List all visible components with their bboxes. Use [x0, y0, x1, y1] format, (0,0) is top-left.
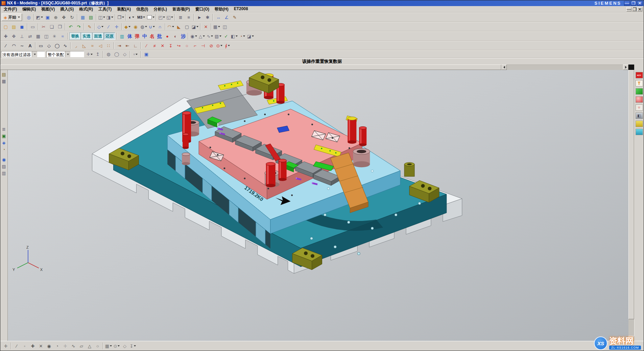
key-icon[interactable]: KEY [636, 72, 643, 78]
bounded-plane-icon[interactable]: △ [86, 342, 94, 350]
pattern-feature-icon[interactable]: ▦ [213, 23, 221, 30]
quick-extend-icon[interactable]: ⇤ [123, 42, 132, 49]
spring-macro-button[interactable]: 弹 [134, 32, 141, 40]
scroll-right-arrow[interactable] [623, 65, 628, 70]
fit-view-icon[interactable]: ▣ [44, 14, 52, 21]
datum-plane-icon[interactable]: ◇ [96, 23, 104, 30]
chamfer-sketch-icon[interactable]: ◺ [80, 42, 88, 49]
pattern-curve-icon[interactable]: ∷ [104, 42, 113, 49]
body-macro-button[interactable]: 体 [126, 32, 134, 40]
mirror-assembly-icon[interactable]: ◫ [42, 32, 50, 40]
print-icon[interactable]: ▭ [29, 23, 37, 30]
chevron-down-icon[interactable] [65, 51, 70, 57]
join-curve-icon[interactable]: ≠ [150, 42, 159, 49]
chevron-down-icon[interactable] [122, 17, 124, 18]
chevron-down-icon[interactable] [236, 35, 238, 37]
snap-point-toggle-icon[interactable]: ✛ [2, 342, 10, 350]
object-info-icon[interactable]: ◉ [190, 32, 198, 40]
materials-tab-icon[interactable]: ▨ [1, 163, 7, 169]
zoom-icon[interactable]: ⊕ [52, 14, 60, 21]
assembly-navigator-tab-icon[interactable]: ▤ [1, 71, 7, 77]
half-shade-icon[interactable]: ◐ [171, 32, 180, 40]
save-file-icon[interactable]: ◼ [18, 23, 26, 30]
child-restore-button[interactable]: ❐ [632, 7, 637, 11]
chevron-down-icon[interactable] [134, 345, 136, 347]
assembly-constraints-icon[interactable]: ⊥ [18, 32, 26, 40]
chevron-down-icon[interactable] [145, 26, 147, 27]
check-geometry-icon[interactable]: ✓ [222, 32, 230, 40]
minimize-button[interactable]: — [624, 1, 630, 6]
vertical-scrollbar[interactable] [628, 70, 634, 341]
analysis-menu[interactable]: 分析(L) [151, 6, 169, 13]
highlight-related-icon[interactable]: ◍ [104, 51, 113, 58]
measure-distance-icon[interactable]: ↔ [214, 14, 222, 21]
render-style-dropdown[interactable]: M3 [136, 14, 147, 21]
chevron-down-icon[interactable] [171, 17, 173, 18]
replace-component-icon[interactable]: ⇄ [26, 32, 34, 40]
end-point-icon[interactable]: ∕ [13, 342, 21, 350]
pan-icon[interactable]: ✥ [60, 14, 68, 21]
hd3d-tools-tab-icon[interactable]: ◈ [1, 140, 7, 146]
circle-curve-icon[interactable]: ⊙ [215, 42, 223, 49]
mirror-curve-icon[interactable]: ◁ [96, 42, 104, 49]
assemblies-menu[interactable]: 装配(A) [114, 6, 134, 13]
offset-3d-curve-icon[interactable]: ○ [183, 42, 191, 49]
edit-object-display-icon[interactable]: ✎ [231, 14, 239, 21]
layer-settings-icon[interactable]: ≡ [185, 14, 193, 21]
intersection-point-icon[interactable]: ✕ [37, 342, 45, 350]
batch-macro-button[interactable]: 批 [156, 32, 163, 40]
point-on-surface-icon[interactable]: ▱ [77, 342, 86, 350]
polygon-icon[interactable]: ◇ [45, 42, 53, 49]
project-curve-icon[interactable]: ↧ [167, 42, 175, 49]
name-macro-button[interactable]: 名 [148, 32, 156, 40]
chevron-down-icon[interactable] [163, 17, 165, 18]
web-browser-tab-icon[interactable]: ◉ [1, 156, 7, 162]
file-menu[interactable]: 文件(F) [1, 6, 20, 13]
center-macro-button[interactable]: 中 [141, 32, 148, 40]
scrollbar-resize-grip[interactable] [628, 65, 634, 70]
pink-sphere-icon[interactable] [636, 96, 643, 103]
history-tab-icon[interactable]: ◔ [1, 146, 7, 152]
hd3d-tool-icon[interactable]: ◪ [246, 32, 255, 40]
hole-icon[interactable]: ◍ [140, 23, 148, 30]
command-finder-icon[interactable]: ◎ [25, 14, 33, 21]
roles-tab-icon[interactable]: ▥ [1, 170, 7, 176]
edge-blend-icon[interactable]: ◠ [167, 23, 175, 30]
delete-icon[interactable]: ✕ [202, 23, 210, 30]
restore-display-button[interactable]: 还原 [104, 32, 115, 40]
chevron-down-icon[interactable] [220, 45, 222, 46]
chevron-down-icon[interactable] [91, 54, 93, 55]
wave-link-icon[interactable]: ≈ [58, 32, 67, 40]
helix-icon[interactable]: ∮ [223, 42, 232, 49]
dialog-rail-icon[interactable]: ▣ [142, 51, 150, 58]
horizontal-scrollbar-track[interactable] [507, 65, 623, 70]
chevron-down-icon[interactable] [32, 51, 37, 57]
arc-icon[interactable]: ◠ [10, 42, 18, 49]
graphics-window[interactable]: 1719.2K0 Z X Y [8, 70, 628, 341]
chevron-down-icon[interactable] [172, 26, 174, 27]
chamfer-icon[interactable]: ◣ [175, 23, 183, 30]
existing-point-icon[interactable]: ✛ [61, 342, 69, 350]
preferences-menu[interactable]: 首选项(P) [170, 6, 193, 13]
horizontal-scrollbar[interactable] [0, 65, 644, 70]
die-assembly-model[interactable]: 1719.2K0 Z X Y [8, 70, 628, 341]
chevron-down-icon[interactable] [18, 17, 20, 18]
point-on-curve-icon[interactable]: ∿ [69, 342, 77, 350]
help-menu[interactable]: 帮助(H) [212, 6, 231, 13]
frustum-select-icon[interactable]: ◇ [121, 51, 129, 58]
interference-macro-button[interactable]: 涉 [180, 32, 187, 40]
cut-icon[interactable]: ✂ [40, 23, 48, 30]
child-close-button[interactable]: ✕ [637, 7, 642, 11]
clip-section-icon[interactable]: ◨ [106, 14, 114, 21]
text-note-icon[interactable]: T [636, 80, 643, 86]
vertical-scrollbar-track[interactable] [628, 319, 634, 336]
pattern-component-icon[interactable]: ▦ [34, 32, 42, 40]
quick-trim-icon[interactable]: ⇥ [115, 42, 123, 49]
chevron-down-icon[interactable] [196, 26, 198, 27]
bridge-curve-icon[interactable]: ↪ [175, 42, 183, 49]
copy-icon[interactable]: ❏ [48, 23, 56, 30]
visible-layers-icon[interactable]: ≣ [176, 14, 185, 21]
studio-spline-icon[interactable]: ∿ [61, 42, 69, 49]
chevron-down-icon[interactable] [110, 345, 112, 347]
reuse-library-tab-icon[interactable]: ▣ [1, 133, 7, 139]
